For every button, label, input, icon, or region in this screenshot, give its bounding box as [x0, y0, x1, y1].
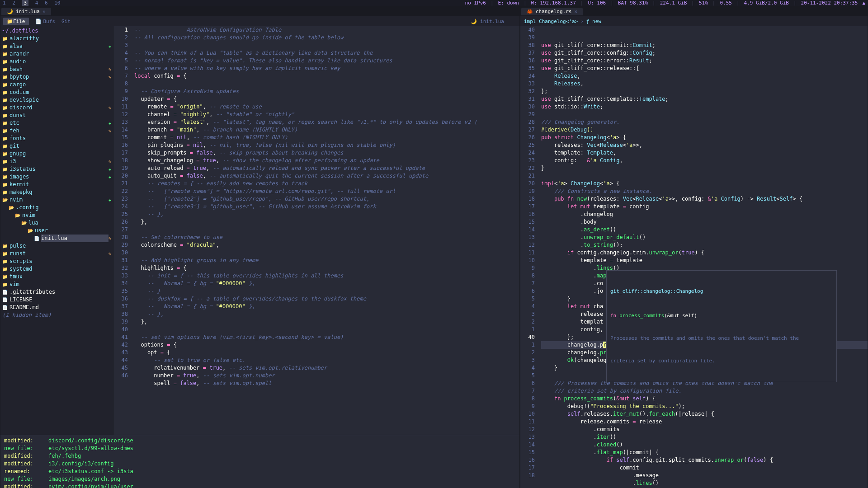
- git-status-line: modified:feh/.fehbg: [4, 452, 516, 460]
- tray-icon[interactable]: ▲: [862, 0, 865, 6]
- git-mark-icon: ✎: [108, 73, 111, 81]
- breadcrumb: 🌙 init.lua: [471, 19, 504, 24]
- folder-icon: 📁: [2, 112, 8, 119]
- editor-right[interactable]: 4039383736353433323130292827262524232221…: [520, 26, 868, 488]
- ws-1[interactable]: 1: [3, 0, 6, 6]
- crumb-fn[interactable]: ƒ new: [586, 19, 601, 24]
- tree-item-etc[interactable]: 📁etc✚: [0, 119, 113, 127]
- tree-item-.gitattributes[interactable]: 📄.gitattributes: [0, 288, 113, 296]
- file-icon: 📄: [2, 296, 8, 304]
- tree-item-tmux[interactable]: 📁tmux: [0, 273, 113, 281]
- code-area[interactable]: -- AstroNvim Configuration Table-- All c…: [132, 26, 519, 435]
- git-status-line: modified:discord/.config/discord/se: [4, 437, 516, 445]
- folder-icon: 📁: [2, 104, 8, 112]
- tree-item-i3status[interactable]: 📁i3status✚: [0, 165, 113, 173]
- tree-header: ~/.dotfiles: [2, 27, 111, 35]
- tree-item-bash[interactable]: 📁bash✎: [0, 66, 113, 73]
- tree-item-nvim[interactable]: 📂nvim✚: [0, 196, 113, 204]
- tree-item-README.md[interactable]: 📄README.md: [0, 304, 113, 311]
- tree-item-systemd[interactable]: 📁systemd: [0, 265, 113, 273]
- mode-git[interactable]: Git: [61, 19, 71, 24]
- left-pane: 🌙 init.lua × 📁File 📄Bufs Git 🌙 init.lua …: [0, 6, 520, 488]
- folder-icon: 📁: [2, 58, 8, 66]
- folder-icon: 📂: [21, 219, 27, 227]
- lua-icon: 🌙: [7, 9, 13, 14]
- tree-item-.config[interactable]: 📂.config: [0, 204, 113, 211]
- crumb-impl[interactable]: impl Changelog<'a>: [524, 19, 578, 24]
- status-tray: no IPv6| E: down| W: 192.168.1.37| U: 10…: [465, 0, 865, 6]
- tab-bar-right: 🦀 changelog.rs ×: [520, 6, 868, 16]
- tree-item-kermit[interactable]: 📁kermit: [0, 181, 113, 188]
- ws-2[interactable]: 2: [12, 0, 15, 6]
- tree-item-user[interactable]: 📂user: [0, 227, 113, 235]
- folder-icon: 📁: [2, 66, 8, 73]
- code-area[interactable]: use git_cliff_core::commit::Commit;use g…: [538, 26, 868, 488]
- tree-item-arandr[interactable]: 📁arandr: [0, 50, 113, 58]
- tree-item-runst[interactable]: 📁runst✎: [0, 250, 113, 258]
- tree-item-git[interactable]: 📁git: [0, 142, 113, 150]
- breadcrumb-right: impl Changelog<'a> › ƒ new: [520, 16, 868, 26]
- folder-icon: 📁: [2, 35, 8, 42]
- folder-icon: 📁: [2, 158, 8, 165]
- folder-icon: 📁: [2, 265, 8, 273]
- tree-item-bpytop[interactable]: 📁bpytop✎: [0, 73, 113, 81]
- tree-item-discord[interactable]: 📁discord✎: [0, 104, 113, 112]
- tree-item-fonts[interactable]: 📁fonts: [0, 135, 113, 142]
- folder-icon: 📂: [2, 196, 8, 204]
- close-icon[interactable]: ×: [574, 9, 577, 14]
- editor-left[interactable]: 1234567891011121314151617181920212223242…: [113, 26, 519, 435]
- tree-item-pulse[interactable]: 📁pulse: [0, 242, 113, 250]
- git-mark-icon: ✎: [108, 235, 111, 242]
- tree-item-LICENSE[interactable]: 📄LICENSE: [0, 296, 113, 304]
- tree-item-audio[interactable]: 📁audio: [0, 58, 113, 66]
- ws-3-active[interactable]: 3: [22, 0, 29, 6]
- tree-item-codium[interactable]: 📁codium: [0, 89, 113, 96]
- folder-icon: 📁: [2, 188, 8, 196]
- tree-item-alsa[interactable]: 📁alsa✚: [0, 42, 113, 50]
- tree-item-vim[interactable]: 📁vim: [0, 281, 113, 288]
- rust-icon: 🦀: [527, 9, 533, 14]
- tree-item-nvim[interactable]: 📂nvim: [0, 211, 113, 219]
- folder-icon: 📁: [2, 127, 8, 135]
- mode-bufs[interactable]: 📄Bufs: [35, 19, 56, 24]
- tree-item-init.lua[interactable]: 📄init.lua✎: [0, 235, 113, 242]
- tree-item-gnupg[interactable]: 📁gnupg: [0, 150, 113, 158]
- git-mark-icon: ✚: [108, 173, 111, 181]
- tree-item-devilspie[interactable]: 📁devilspie: [0, 96, 113, 104]
- tree-item-feh[interactable]: 📁feh✎: [0, 127, 113, 135]
- tab-bar-left: 🌙 init.lua ×: [0, 6, 519, 16]
- tree-item-lua[interactable]: 📂lua: [0, 219, 113, 227]
- folder-icon: 📁: [2, 173, 8, 181]
- git-mark-icon: ✎: [108, 250, 111, 258]
- load: 0.55: [720, 0, 732, 6]
- close-icon[interactable]: ×: [42, 9, 46, 14]
- folder-icon: 📁: [2, 119, 8, 127]
- tree-item-scripts[interactable]: 📁scripts: [0, 258, 113, 265]
- folder-icon: 📁: [2, 258, 8, 265]
- file-tree[interactable]: ~/.dotfiles 📁alacritty📁alsa✚📁arandr📁audi…: [0, 26, 113, 435]
- tree-item-cargo[interactable]: 📁cargo: [0, 81, 113, 89]
- gutter: 4039383736353433323130292827262524232221…: [520, 26, 538, 488]
- ws-6[interactable]: 6: [45, 0, 48, 6]
- gutter: 1234567891011121314151617181920212223242…: [113, 26, 132, 435]
- mode-file[interactable]: 📁File: [3, 18, 29, 25]
- file-icon: 📄: [34, 235, 39, 242]
- ws-10[interactable]: 10: [54, 0, 60, 6]
- tree-item-i3[interactable]: 📁i3✎: [0, 158, 113, 165]
- folder-icon: 📁: [2, 73, 8, 81]
- folder-icon: 📁: [2, 89, 8, 96]
- tree-item-dunst[interactable]: 📁dunst: [0, 112, 113, 119]
- tree-item-images[interactable]: 📁images✚: [0, 173, 113, 181]
- tree-item-makepkg[interactable]: 📁makepkg: [0, 188, 113, 196]
- folder-icon: 📁: [2, 250, 8, 258]
- tab-changelog-rs[interactable]: 🦀 changelog.rs ×: [521, 8, 583, 15]
- folder-icon: 📁: [2, 135, 8, 142]
- git-status-line: modified:nvim/.config/nvim/lua/user: [4, 483, 516, 488]
- tab-init-lua[interactable]: 🌙 init.lua ×: [1, 8, 51, 15]
- file-icon: 📄: [2, 288, 8, 296]
- ws-4[interactable]: 4: [35, 0, 38, 6]
- folder-icon: 📁: [2, 165, 8, 173]
- toggleterm[interactable]: modified:discord/.config/discord/senew f…: [0, 435, 519, 488]
- tree-item-alacritty[interactable]: 📁alacritty: [0, 35, 113, 42]
- git-mark-icon: ✎: [108, 158, 111, 165]
